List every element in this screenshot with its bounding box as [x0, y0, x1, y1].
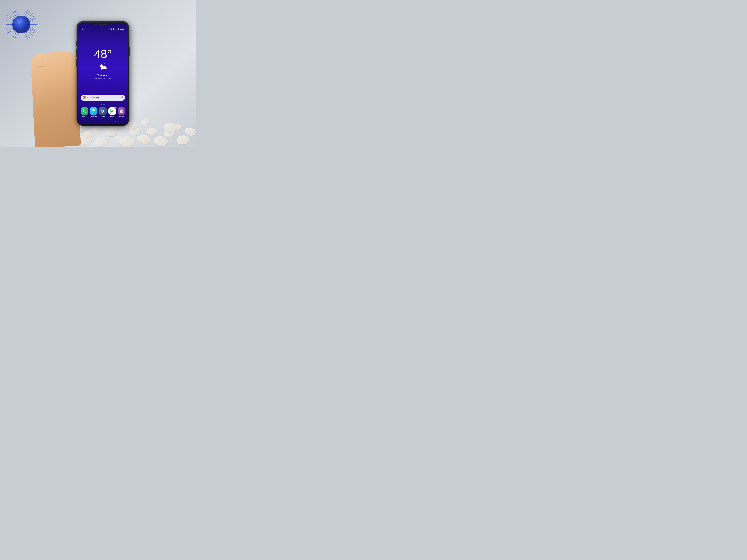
bixby-button[interactable] [76, 59, 77, 67]
svg-rect-45 [102, 68, 106, 70]
bottom-navigation: ⊟ □ ← [78, 119, 128, 125]
volume-up-button[interactable] [76, 41, 77, 46]
rotation-icon: ⟳ [80, 28, 81, 30]
svg-line-38 [99, 63, 100, 64]
status-right-icons: ⚡ 🔇 📶 65% 🔋 2:22 pm [108, 28, 125, 30]
power-button[interactable] [129, 47, 130, 55]
voice-search-icon[interactable]: 🎤 [120, 96, 123, 99]
status-left-icons: ⟳ ▶ 🎤 [80, 28, 85, 30]
weather-condition-icon [98, 62, 108, 70]
sensor-dot-3 [111, 24, 112, 25]
svg-line-40 [99, 68, 100, 69]
mute-icon: 🔇 [110, 28, 112, 30]
phone-app-label: Phone [82, 115, 86, 117]
phone-screen: ⟳ ▶ 🎤 ⚡ 🔇 📶 65% 🔋 2:22 pm 48° [78, 23, 128, 125]
app-dock: Phone Messages [78, 106, 128, 119]
home-nav-button[interactable]: □ [102, 120, 103, 123]
messages-app-icon[interactable] [90, 107, 97, 115]
internet-app-icon[interactable] [99, 107, 107, 115]
google-search-bar[interactable]: Say "Ok Google" 🎤 [81, 95, 125, 101]
playstore-app-icon[interactable]: 1 [108, 107, 116, 115]
page-indicators [78, 103, 128, 106]
svg-rect-48 [93, 111, 94, 111]
wifi-icon: 📶 [113, 28, 114, 30]
sensor-dot-1 [94, 24, 95, 25]
back-nav-button[interactable]: ← [115, 120, 117, 123]
playstore-app-label: Play Store [109, 115, 115, 117]
updated-timestamp: Updated 26/02 1:53 pm [95, 78, 110, 79]
camera-app-icon[interactable] [118, 107, 125, 115]
status-bar: ⟳ ▶ 🎤 ⚡ 🔇 📶 65% 🔋 2:22 pm [78, 27, 128, 31]
app-messages[interactable]: Messages [90, 107, 97, 117]
app-phone[interactable]: Phone [80, 107, 88, 117]
camera-app-label: Camera [119, 115, 124, 117]
svg-line-39 [104, 63, 104, 64]
app-playstore[interactable]: 1 Play Store [108, 107, 116, 117]
status-time: 2:22 pm [120, 28, 125, 30]
svg-rect-47 [93, 110, 95, 111]
app-camera[interactable]: Camera [118, 107, 125, 117]
earpiece-speaker [99, 25, 107, 25]
blue-decoration [5, 8, 37, 42]
sensors-area [94, 24, 112, 25]
playstore-badge: 1 [114, 107, 117, 109]
phone: ⟳ ▶ 🎤 ⚡ 🔇 📶 65% 🔋 2:22 pm 48° [77, 21, 129, 126]
internet-app-label: Internet [101, 115, 105, 117]
top-bezel [78, 23, 128, 27]
bluetooth-icon: ⚡ [108, 28, 110, 30]
mic-status-icon: 🎤 [84, 28, 85, 30]
front-camera [108, 24, 109, 25]
page-dot-1 [101, 104, 102, 105]
temperature-display: 48° [94, 48, 112, 60]
phone-body: ⟳ ▶ 🎤 ⚡ 🔇 📶 65% 🔋 2:22 pm 48° [77, 21, 129, 126]
battery-percent: 65% [115, 28, 118, 30]
weather-widget[interactable]: 48° [78, 31, 128, 95]
apps-indicator [103, 104, 105, 105]
city-label: Manhattan [97, 74, 109, 77]
phone-app-icon[interactable] [80, 107, 88, 115]
play-icon: ▶ [82, 28, 83, 30]
battery-icon: 🔋 [118, 28, 120, 30]
recents-nav-button[interactable]: ⊟ [89, 120, 91, 123]
messages-app-label: Messages [91, 115, 97, 117]
location-pin-icon [102, 72, 104, 73]
volume-down-button[interactable] [76, 49, 77, 57]
app-internet[interactable]: Internet [99, 107, 107, 117]
hand [30, 51, 81, 147]
google-logo [83, 96, 86, 99]
search-placeholder: Say "Ok Google" [87, 97, 119, 99]
sensor-dot-2 [96, 24, 97, 25]
